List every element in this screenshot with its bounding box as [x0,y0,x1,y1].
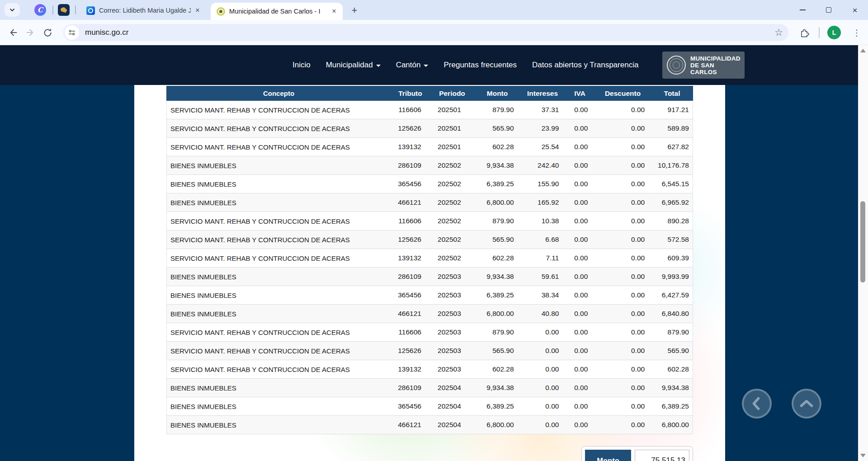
nav-item-inicio[interactable]: Inicio [292,61,311,70]
cell-periodo: 202503 [429,328,475,336]
reload-button[interactable] [41,26,54,39]
forward-button[interactable] [24,26,37,39]
charges-table: ConceptoTributoPeriodoMontoInteresesIVAD… [166,86,693,434]
cell-intereses: 0.00 [520,421,565,429]
column-header-total: Total [651,89,693,98]
cell-periodo: 202504 [429,421,475,429]
san-carlos-seal-icon [217,7,225,16]
column-header-iva: IVA [565,89,594,98]
close-icon[interactable]: × [193,5,203,15]
tune-icon [68,28,76,37]
cell-intereses: 25.54 [520,143,565,151]
cell-intereses: 23.99 [520,124,565,132]
cell-descuento: 0.00 [594,347,651,355]
puzzle-icon [799,27,810,38]
cell-periodo: 202502 [429,180,475,188]
table-row: BIENES INMUEBLES3654562025026,389.25155.… [167,175,693,193]
back-button[interactable] [6,26,20,39]
cell-concepto: SERVICIO MANT. REHAB Y CONTRUCCION DE AC… [167,366,391,373]
tab-municipalidad-san-carlos[interactable]: Municipalidad de San Carlos - I × [211,3,343,20]
nav-item-label: Datos abiertos y Transparencia [532,61,638,70]
nav-item-municipalidad[interactable]: Municipalidad [326,61,381,70]
scrollbar-down-arrow[interactable] [860,454,866,457]
site-logo[interactable]: MUNICIPALIDAD DE SAN CARLOS [662,52,745,79]
table-row: SERVICIO MANT. REHAB Y CONTRUCCION DE AC… [167,360,693,379]
caret-down-icon [424,65,428,67]
nav-item-label: Municipalidad [326,61,373,70]
new-tab-button[interactable]: + [348,4,361,17]
cell-descuento: 0.00 [594,235,651,244]
cell-concepto: BIENES INMUEBLES [167,199,391,207]
cell-monto: 602.28 [475,365,520,373]
scroll-to-top-button[interactable] [792,389,821,419]
table-row: BIENES INMUEBLES4661212025036,800.0040.8… [167,305,693,323]
tab-correo[interactable]: Correo: Lidibeth Maria Ugalde J × [80,4,206,17]
bookmark-star-icon[interactable]: ☆ [774,27,783,38]
kebab-menu-icon: ⋮ [853,28,861,38]
site-settings-button[interactable] [65,25,79,40]
floating-back-button[interactable] [742,389,772,419]
tab-search-button[interactable] [5,3,20,17]
table-row: SERVICIO MANT. REHAB Y CONTRUCCION DE AC… [167,342,693,360]
cell-intereses: 59.61 [520,273,565,281]
cell-intereses: 0.00 [520,347,565,355]
cell-monto: 9,934.38 [475,161,520,169]
close-window-button[interactable]: × [842,0,868,20]
cell-intereses: 165.92 [520,198,565,207]
profile-avatar[interactable]: L [827,26,841,39]
cell-concepto: BIENES INMUEBLES [167,273,391,281]
cell-descuento: 0.00 [594,180,651,188]
cell-iva: 0.00 [565,198,594,207]
cell-monto: 565.90 [475,235,520,244]
close-icon[interactable]: × [329,6,339,16]
cell-descuento: 0.00 [594,217,651,225]
extensions-button[interactable] [797,26,811,39]
cell-monto: 879.90 [475,106,520,114]
cell-periodo: 202503 [429,291,475,299]
url-bar[interactable]: munisc.go.cr ☆ [63,24,788,41]
minimize-button[interactable] [789,0,816,20]
cell-intereses: 242.40 [520,161,565,169]
restore-button[interactable] [816,0,842,20]
cell-iva: 0.00 [565,180,594,188]
scrollbar-thumb[interactable] [860,201,865,282]
column-header-intereses: Intereses [520,89,565,98]
cell-concepto: SERVICIO MANT. REHAB Y CONTRUCCION DE AC… [167,143,391,151]
cell-iva: 0.00 [565,235,594,244]
cell-descuento: 0.00 [594,291,651,299]
browser-menu-button[interactable]: ⋮ [851,26,863,39]
cell-total: 6,840.80 [651,310,693,318]
chevron-left-icon [748,395,766,413]
cell-intereses: 0.00 [520,402,565,410]
cell-total: 6,427.59 [651,291,693,299]
pinned-tab-costa-rica[interactable] [58,4,70,16]
cell-concepto: SERVICIO MANT. REHAB Y CONTRUCCION DE AC… [167,347,391,355]
nav-item-datos-abiertos-y-transparencia[interactable]: Datos abiertos y Transparencia [532,61,638,70]
cell-concepto: BIENES INMUEBLES [167,384,391,392]
scrollbar-up-arrow[interactable] [860,49,866,52]
cell-concepto: SERVICIO MANT. REHAB Y CONTRUCCION DE AC… [167,236,391,244]
nav-item-canton[interactable]: Cantón [396,61,429,70]
cell-total: 6,800.00 [651,421,693,429]
cell-concepto: BIENES INMUEBLES [167,162,391,169]
cell-monto: 6,389.25 [475,402,520,410]
cell-tributo: 466121 [391,198,429,207]
table-row: BIENES INMUEBLES4661212025026,800.00165.… [167,193,693,212]
logo-text: MUNICIPALIDAD DE SAN CARLOS [690,55,741,75]
cell-concepto: BIENES INMUEBLES [167,421,391,429]
nav-item-preguntas-frecuentes[interactable]: Preguntas frecuentes [443,61,517,70]
cell-concepto: BIENES INMUEBLES [167,180,391,188]
scrollbar[interactable] [858,45,868,461]
url-text[interactable]: munisc.go.cr [85,28,774,37]
column-header-periodo: Periodo [429,89,475,98]
pinned-tab-claude[interactable]: C [34,4,46,16]
cell-intereses: 6.68 [520,235,565,244]
browser-toolbar: munisc.go.cr ☆ L ⋮ [0,20,868,45]
cell-total: 9,934.38 [651,384,693,392]
cell-total: 6,965.92 [651,198,693,207]
cell-concepto: SERVICIO MANT. REHAB Y CONTRUCCION DE AC… [167,254,391,262]
column-header-concepto: Concepto [166,89,391,97]
column-header-monto: Monto [475,89,520,98]
cell-descuento: 0.00 [594,328,651,336]
cell-monto: 9,934.38 [475,273,520,281]
